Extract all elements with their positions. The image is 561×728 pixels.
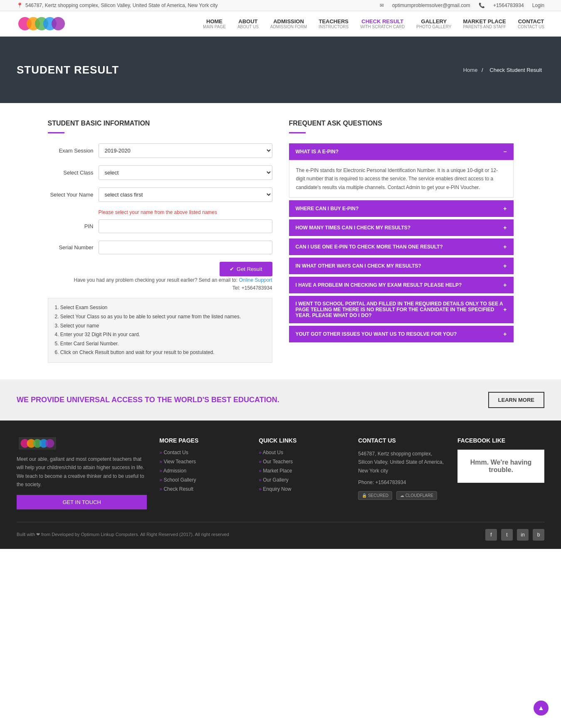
nav-check-result-sub: WITH SCRATCH CARD — [360, 25, 405, 29]
get-result-button[interactable]: ✔ Get Result — [220, 262, 272, 276]
copyright-text: Built with ❤ from Developed by Optimum L… — [17, 532, 229, 537]
footer-quick-link-item[interactable]: Enquiry Now — [259, 486, 346, 492]
faq-toggle-icon-6: + — [503, 306, 507, 313]
breadcrumb-separator: / — [482, 67, 484, 73]
get-result-label: Get Result — [237, 266, 262, 272]
exam-session-select[interactable]: 2019-2020 2018-2019 2017-2018 — [99, 143, 272, 158]
learn-more-button[interactable]: LEARN MORE — [488, 392, 544, 408]
hero-title: STUDENT RESULT — [17, 64, 119, 76]
faq-header-3[interactable]: CAN I USE ONE E-PIN TO CHECK MORE THAN O… — [289, 239, 514, 255]
twitter-social-icon[interactable]: t — [501, 529, 513, 541]
online-support-link[interactable]: Online Support — [239, 277, 272, 283]
nav-gallery[interactable]: GALLERY PHOTO GALLERY — [416, 18, 451, 29]
footer-quick-link-item[interactable]: Our Gallery — [259, 477, 346, 483]
help-tel: Tel: +1564783934 — [232, 285, 272, 291]
svg-point-11 — [46, 439, 54, 448]
nav-gallery-label: GALLERY — [416, 18, 451, 25]
get-in-touch-button[interactable]: GET IN TOUCH — [17, 495, 147, 509]
security-badges: 🔒 SECURED ☁ CLOUDFLARE — [358, 491, 445, 500]
nav-home[interactable]: HOME MAIN PAGE — [203, 18, 226, 29]
nav-market-sub: PARENTS AND STAFF — [463, 25, 506, 29]
social-icons: f t in b — [485, 529, 544, 541]
select-name-label: Select Your Name — [48, 192, 94, 198]
nav-market-place[interactable]: MARKET PLACE PARENTS AND STAFF — [463, 18, 506, 29]
faq-header-1[interactable]: WHERE CAN I BUY E-PIN?+ — [289, 200, 514, 217]
blogger-social-icon[interactable]: b — [533, 529, 544, 541]
help-text-1: Have you had any problem checking your r… — [74, 277, 210, 283]
edu-banner-text: WE PROVIDE UNIVERSAL ACCESS TO THE WORLD… — [17, 396, 279, 404]
footer-quick-link-item[interactable]: Market Place — [259, 468, 346, 474]
faq-question-3: CAN I USE ONE E-PIN TO CHECK MORE THAN O… — [296, 244, 443, 250]
serial-row: Serial Number — [48, 241, 272, 254]
nav-teachers[interactable]: TEACHERS INSTRUCTORS — [319, 18, 348, 29]
select-name-select[interactable]: select class first — [99, 187, 272, 202]
faq-toggle-icon-0: − — [503, 148, 507, 155]
footer-quick-link-item[interactable]: About Us — [259, 450, 346, 455]
login-link[interactable]: Login — [532, 2, 544, 8]
faq-question-1: WHERE CAN I BUY E-PIN? — [296, 206, 359, 212]
faq-header-0[interactable]: WHAT IS A E-PIN?− — [289, 143, 514, 160]
footer-more-pages-col: MORE PAGES Contact UsView TeachersAdmiss… — [159, 437, 246, 509]
select-name-row: Select Your Name select class first — [48, 187, 272, 202]
instructions-box: 1. Select Exam Session2. Select Your Cla… — [48, 298, 272, 363]
nav-home-sub: MAIN PAGE — [203, 25, 226, 29]
breadcrumb-current: Check Student Result — [489, 67, 542, 73]
footer-about-col: Meet our able, gallant and most competen… — [17, 437, 147, 509]
phone-link[interactable]: +1564783934 — [493, 2, 524, 8]
serial-input[interactable] — [99, 241, 272, 254]
top-bar-address: 📍 546787, Kertz shopping complex, Silico… — [17, 2, 217, 8]
nav-contact[interactable]: CONTACT CONTACT US — [518, 18, 544, 29]
select-class-label: Select Class — [48, 170, 94, 176]
footer-phone: +1564783934 — [376, 480, 406, 485]
footer-contact-address: 546787, Kertz shopping complex, Silicon … — [358, 450, 445, 475]
footer-quick-links-col: QUICK LINKS About UsOur TeachersMarket P… — [259, 437, 346, 509]
footer-quick-link-item[interactable]: Our Teachers — [259, 459, 346, 465]
facebook-widget: Hmm. We're having trouble. — [457, 450, 544, 483]
edu-banner: WE PROVIDE UNIVERSAL ACCESS TO THE WORLD… — [0, 379, 561, 421]
logo-image — [17, 15, 67, 32]
nav-check-result[interactable]: CHECK RESULT WITH SCRATCH CARD — [360, 18, 405, 29]
footer-facebook-col: FACEBOOK LIKE Hmm. We're having trouble. — [457, 437, 544, 509]
footer-more-pages-item[interactable]: School Gallery — [159, 477, 246, 483]
left-panel: STUDENT BASIC INFORMATION Exam Session 2… — [48, 120, 272, 363]
faq-header-5[interactable]: I HAVE A PROBLEM IN CHECKING MY EXAM RES… — [289, 277, 514, 293]
footer-more-pages-list: Contact UsView TeachersAdmissionSchool G… — [159, 450, 246, 492]
faq-item-5: I HAVE A PROBLEM IN CHECKING MY EXAM RES… — [289, 277, 514, 293]
instruction-item: 2. Select Your Class so as you to be abl… — [55, 312, 265, 322]
footer-contact-title: CONTACT US — [358, 437, 445, 444]
facebook-social-icon[interactable]: f — [485, 529, 497, 541]
faq-toggle-icon-3: + — [503, 243, 507, 250]
nav-teachers-sub: INSTRUCTORS — [319, 25, 348, 29]
footer-about-text: Meet our able, gallant and most competen… — [17, 455, 147, 489]
linkedin-social-icon[interactable]: in — [517, 529, 529, 541]
faq-header-7[interactable]: YOUT GOT OTHER ISSUES YOU WANT US TO RES… — [289, 326, 514, 342]
edu-banner-text-2: . — [277, 396, 279, 404]
nav-admission[interactable]: ADMISSION ADMISSION FORM — [270, 18, 307, 29]
faq-header-6[interactable]: I WENT TO SCHOOL PORTAL AND FILLED IN TH… — [289, 296, 514, 323]
logo[interactable] — [17, 15, 67, 32]
faq-item-2: HOW MANY TIMES CAN I CHECK MY RESULTS?+Y… — [289, 219, 514, 236]
faq-section-title: FREQUENT ASK QUESTIONS — [289, 120, 514, 127]
nav-about[interactable]: ABOUT ABOUT US — [237, 18, 259, 29]
footer-more-pages-title: MORE PAGES — [159, 437, 246, 444]
footer-more-pages-item[interactable]: Admission — [159, 468, 246, 474]
breadcrumb-home[interactable]: Home — [463, 67, 478, 73]
pin-label: PIN — [48, 223, 94, 229]
footer-more-pages-item[interactable]: Check Result — [159, 486, 246, 492]
pin-input[interactable] — [99, 219, 272, 233]
phone-icon: 📞 — [479, 2, 485, 8]
select-class-select[interactable]: select Class 1 Class 2 Class 3 — [99, 165, 272, 180]
footer-more-pages-item[interactable]: Contact Us — [159, 450, 246, 455]
faq-question-2: HOW MANY TIMES CAN I CHECK MY RESULTS? — [296, 225, 411, 231]
nav-about-sub: ABOUT US — [237, 25, 259, 29]
faq-header-2[interactable]: HOW MANY TIMES CAN I CHECK MY RESULTS?+ — [289, 219, 514, 236]
email-link[interactable]: optimumproblemsolver@gmail.com — [392, 2, 470, 8]
faq-body-0: The e-PIN stands for Electronic Personal… — [289, 160, 514, 198]
nav-about-label: ABOUT — [237, 18, 259, 25]
cloudflare-badge: ☁ CLOUDFLARE — [396, 491, 437, 500]
faq-header-4[interactable]: IN WHAT OTHER WAYS CAN I CHECK MY RESULT… — [289, 258, 514, 274]
footer-more-pages-item[interactable]: View Teachers — [159, 459, 246, 465]
form-section-title: STUDENT BASIC INFORMATION — [48, 120, 272, 127]
breadcrumb: Home / Check Student Result — [463, 67, 544, 73]
faq-item-1: WHERE CAN I BUY E-PIN?+You can buy e-PIN… — [289, 200, 514, 217]
